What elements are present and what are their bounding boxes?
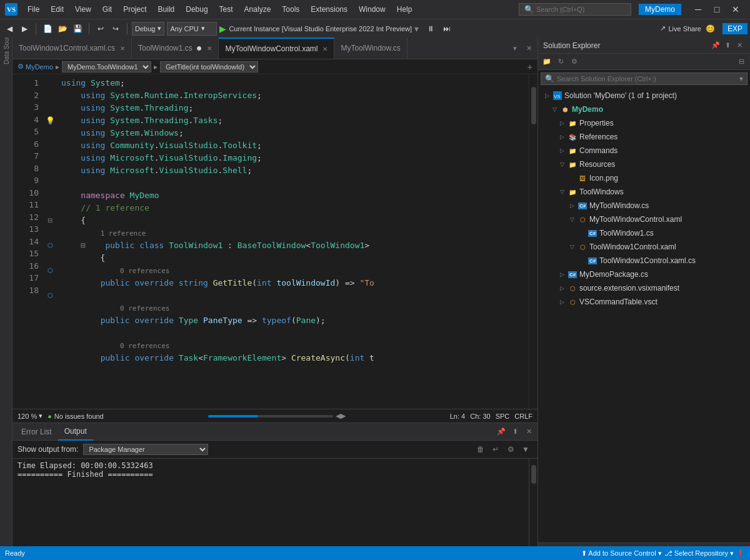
panel-pin-button[interactable]: 📌: [495, 426, 508, 438]
mydemo-expand-icon[interactable]: ▽: [551, 106, 558, 113]
save-button[interactable]: 💾: [71, 22, 84, 36]
live-share-button[interactable]: ↗ Live Share: [660, 24, 701, 32]
tree-icon-png[interactable]: 🖼 Icon.png: [538, 171, 750, 185]
tree-mydemopkg-cs[interactable]: ▷ C# MyDemoPackage.cs: [538, 268, 750, 281]
feedback-button[interactable]: 😊: [704, 22, 718, 36]
menu-git[interactable]: Git: [98, 4, 117, 15]
se-search[interactable]: 🔍 ▾: [541, 72, 748, 85]
exp-button[interactable]: EXP: [722, 23, 748, 34]
commands-expand-icon[interactable]: ▷: [558, 147, 566, 154]
panel-float-button[interactable]: ⬆: [509, 426, 521, 438]
output-settings-button[interactable]: ⚙: [504, 443, 518, 456]
breadcrumb-project[interactable]: ⚙ MyDemo: [18, 62, 53, 71]
tab-output[interactable]: Output: [58, 423, 93, 441]
tab-mytoolwindowcontrol-xaml[interactable]: MyToolWindowControl.xaml ✕: [219, 38, 334, 59]
tree-toolwindow1-cs[interactable]: C# ToolWindow1.cs: [538, 226, 750, 240]
output-source-select[interactable]: Package Manager: [83, 444, 208, 455]
tab-close-2[interactable]: ✕: [322, 46, 328, 52]
se-float-button[interactable]: ⬆: [722, 40, 733, 51]
maximize-button[interactable]: □: [708, 3, 726, 16]
menu-extensions[interactable]: Extensions: [306, 4, 352, 15]
tab-close-1[interactable]: ✕: [207, 45, 212, 52]
back-button[interactable]: ◀: [2, 22, 16, 36]
menu-project[interactable]: Project: [118, 4, 151, 15]
tree-mytoolwindow-cs[interactable]: ▷ C# MyToolWindow.cs: [538, 199, 750, 212]
data-sources-icon[interactable]: Data Sources: [2, 40, 11, 51]
se-pin-button[interactable]: 📌: [710, 40, 721, 51]
mytoolwindowcontrol-expand-icon[interactable]: ▽: [568, 216, 576, 223]
tab-toolwindow1control-xaml-cs[interactable]: ToolWindow1Control.xaml.cs ✕: [12, 38, 132, 59]
tree-commands[interactable]: ▷ 📁 Commands: [538, 144, 750, 158]
tree-vsct[interactable]: ▷ ⬡ VSCommandTable.vsct: [538, 295, 750, 309]
add-to-source-control-button[interactable]: ⬆ Add to Source Control ▾: [581, 549, 662, 558]
breadcrumb-method-dropdown[interactable]: GetTitle(int toolWindowId): [160, 61, 258, 72]
tab-close-all-button[interactable]: ✕: [522, 42, 535, 54]
menu-debug[interactable]: Debug: [181, 4, 212, 15]
gutter-collapse-12[interactable]: ⊟: [44, 214, 56, 227]
tree-references[interactable]: ▷ 📚 References: [538, 130, 750, 144]
spc-indicator[interactable]: SPC: [496, 412, 510, 420]
references-expand-icon[interactable]: ▷: [558, 133, 566, 141]
profile-button[interactable]: MyDemo: [639, 4, 681, 15]
menu-analyze[interactable]: Analyze: [239, 4, 276, 15]
se-properties-button[interactable]: ⚙: [568, 56, 581, 68]
open-button[interactable]: 📂: [56, 22, 69, 36]
se-show-all-files[interactable]: 📁: [541, 56, 553, 68]
menu-help[interactable]: Help: [392, 4, 418, 15]
editor-scroll-thumb[interactable]: [531, 87, 536, 124]
output-filter-button[interactable]: ▼: [519, 443, 532, 456]
prev-icon[interactable]: ◀: [336, 412, 341, 420]
tree-toolwindows[interactable]: ▽ 📁 ToolWindows: [538, 185, 750, 199]
minimize-button[interactable]: ─: [689, 3, 708, 16]
vsixmanifest-expand-icon[interactable]: ▷: [558, 284, 566, 292]
resources-expand-icon[interactable]: ▽: [558, 161, 566, 168]
menu-tools[interactable]: Tools: [277, 4, 304, 15]
no-issues-indicator[interactable]: ● No issues found: [48, 412, 104, 420]
se-close-button[interactable]: ✕: [734, 40, 745, 51]
breadcrumb-class-dropdown[interactable]: MyDemo.ToolWindow1: [62, 61, 151, 72]
forward-button[interactable]: ▶: [18, 22, 31, 36]
title-search-box[interactable]: 🔍: [519, 3, 631, 16]
menu-edit[interactable]: Edit: [46, 4, 69, 15]
properties-expand-icon[interactable]: ▷: [558, 119, 566, 127]
clear-output-button[interactable]: 🗑: [474, 443, 488, 456]
tab-toolwindow1-cs[interactable]: ToolWindow1.cs ● ✕: [132, 38, 219, 59]
tree-mydemo[interactable]: ▽ ⬢ MyDemo: [538, 102, 750, 116]
solution-expand-icon[interactable]: ▷: [543, 92, 551, 99]
close-button[interactable]: ✕: [726, 3, 745, 16]
tree-toolwindow1control-xaml[interactable]: ▽ ⬡ ToolWindow1Control.xaml: [538, 240, 750, 254]
new-file-button[interactable]: 📄: [41, 22, 54, 36]
tree-resources[interactable]: ▽ 📁 Resources: [538, 158, 750, 171]
toolwindows-expand-icon[interactable]: ▽: [558, 188, 566, 196]
menu-window[interactable]: Window: [354, 4, 391, 15]
panel-close-button[interactable]: ✕: [522, 426, 535, 438]
menu-build[interactable]: Build: [153, 4, 180, 15]
title-search-input[interactable]: [536, 6, 624, 13]
tree-toolwindow1control-xaml-cs[interactable]: C# ToolWindow1Control.xaml.cs: [538, 254, 750, 268]
tab-close-0[interactable]: ✕: [120, 45, 125, 52]
crlf-indicator[interactable]: CRLF: [514, 412, 532, 420]
run-button[interactable]: ▶ Current Instance [Visual Studio Enterp…: [219, 24, 419, 34]
mydemopkg-expand-icon[interactable]: ▷: [558, 271, 566, 278]
tree-properties[interactable]: ▷ 📁 Properties: [538, 116, 750, 130]
cpu-dropdown[interactable]: Any CPU ▾: [167, 22, 217, 36]
tree-vsixmanifest[interactable]: ▷ ⬡ source.extension.vsixmanifest: [538, 281, 750, 295]
mytoolwindow-expand-icon[interactable]: ▷: [568, 202, 576, 209]
tab-list-button[interactable]: ▾: [509, 42, 521, 54]
menu-view[interactable]: View: [70, 4, 96, 15]
next-icon[interactable]: ▶: [341, 412, 346, 420]
toolwindow1control-expand-icon[interactable]: ▽: [568, 243, 576, 251]
se-refresh-button[interactable]: ↻: [554, 56, 567, 68]
tree-mytoolwindowcontrol-xaml[interactable]: ▽ ⬡ MyToolWindowControl.xaml: [538, 212, 750, 226]
se-search-input[interactable]: [557, 75, 737, 82]
vsct-expand-icon[interactable]: ▷: [558, 298, 566, 306]
output-scroll-thumb[interactable]: [531, 465, 536, 484]
menu-file[interactable]: File: [22, 4, 44, 15]
output-scrollbar[interactable]: [529, 459, 538, 546]
redo-button[interactable]: ↪: [109, 22, 122, 36]
wrap-output-button[interactable]: ↵: [489, 443, 502, 456]
code-content[interactable]: using System; using System.Runtime.Inter…: [56, 74, 529, 409]
select-repository-button[interactable]: ⎇ Select Repository ▾: [664, 549, 734, 558]
tab-mytoolwindow-cs[interactable]: MyToolWindow.cs: [334, 38, 407, 59]
zoom-control[interactable]: 120 % ▾: [18, 412, 42, 420]
